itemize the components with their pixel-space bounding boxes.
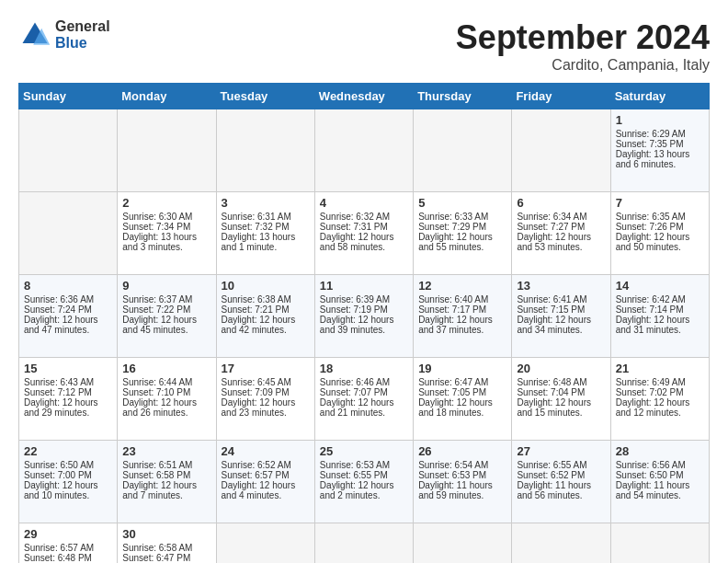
table-row: 8Sunrise: 6:36 AMSunset: 7:24 PMDaylight… [19,275,118,358]
header-friday: Friday [512,84,610,109]
header-sunday: Sunday [19,84,118,109]
header-monday: Monday [118,84,216,109]
table-row [414,523,512,564]
table-row [216,109,314,192]
table-row: 14Sunrise: 6:42 AMSunset: 7:14 PMDayligh… [610,275,709,358]
location-title: Cardito, Campania, Italy [456,57,710,74]
calendar-table: Sunday Monday Tuesday Wednesday Thursday… [18,83,710,563]
table-row: 26Sunrise: 6:54 AMSunset: 6:53 PMDayligh… [414,441,512,523]
table-row: 10Sunrise: 6:38 AMSunset: 7:21 PMDayligh… [216,275,314,358]
calendar-week-6: 29Sunrise: 6:57 AMSunset: 6:48 PMDayligh… [19,523,710,564]
logo-text: General Blue [55,18,110,51]
calendar-week-1: 1Sunrise: 6:29 AMSunset: 7:35 PMDaylight… [19,109,710,192]
table-row [216,523,314,564]
table-row: 22Sunrise: 6:50 AMSunset: 7:00 PMDayligh… [19,441,118,523]
header-saturday: Saturday [610,84,709,109]
table-row: 19Sunrise: 6:47 AMSunset: 7:05 PMDayligh… [414,358,512,441]
table-row: 13Sunrise: 6:41 AMSunset: 7:15 PMDayligh… [512,275,610,358]
table-row [19,109,118,192]
logo-icon [18,18,51,52]
table-row: 9Sunrise: 6:37 AMSunset: 7:22 PMDaylight… [118,275,216,358]
table-row: 5Sunrise: 6:33 AMSunset: 7:29 PMDaylight… [414,192,512,275]
header-row: Sunday Monday Tuesday Wednesday Thursday… [19,84,710,109]
table-row [314,109,413,192]
table-row: 6Sunrise: 6:34 AMSunset: 7:27 PMDaylight… [512,192,610,275]
logo-general: General [55,18,110,35]
table-row: 20Sunrise: 6:48 AMSunset: 7:04 PMDayligh… [512,358,610,441]
calendar-week-3: 8Sunrise: 6:36 AMSunset: 7:24 PMDaylight… [19,275,710,358]
table-row: 4Sunrise: 6:32 AMSunset: 7:31 PMDaylight… [314,192,413,275]
table-row [118,109,216,192]
table-row: 25Sunrise: 6:53 AMSunset: 6:55 PMDayligh… [314,441,413,523]
calendar-header: Sunday Monday Tuesday Wednesday Thursday… [19,84,710,109]
table-row: 12Sunrise: 6:40 AMSunset: 7:17 PMDayligh… [414,275,512,358]
calendar-body: 1Sunrise: 6:29 AMSunset: 7:35 PMDaylight… [19,109,710,564]
month-title: September 2024 [456,18,710,57]
table-row: 15Sunrise: 6:43 AMSunset: 7:12 PMDayligh… [19,358,118,441]
logo-blue: Blue [55,35,110,52]
table-row: 7Sunrise: 6:35 AMSunset: 7:26 PMDaylight… [610,192,709,275]
page-header: General Blue September 2024 Cardito, Cam… [18,18,710,74]
table-row: 2Sunrise: 6:30 AMSunset: 7:34 PMDaylight… [118,192,216,275]
calendar-week-2: 2Sunrise: 6:30 AMSunset: 7:34 PMDaylight… [19,192,710,275]
table-row: 23Sunrise: 6:51 AMSunset: 6:58 PMDayligh… [118,441,216,523]
table-row [19,192,118,275]
calendar-week-5: 22Sunrise: 6:50 AMSunset: 7:00 PMDayligh… [19,441,710,523]
table-row: 3Sunrise: 6:31 AMSunset: 7:32 PMDaylight… [216,192,314,275]
table-row: 1Sunrise: 6:29 AMSunset: 7:35 PMDaylight… [610,109,709,192]
table-row: 28Sunrise: 6:56 AMSunset: 6:50 PMDayligh… [610,441,709,523]
header-tuesday: Tuesday [216,84,314,109]
table-row [512,109,610,192]
table-row: 11Sunrise: 6:39 AMSunset: 7:19 PMDayligh… [314,275,413,358]
table-row: 21Sunrise: 6:49 AMSunset: 7:02 PMDayligh… [610,358,709,441]
table-row: 30Sunrise: 6:58 AMSunset: 6:47 PMDayligh… [118,523,216,564]
table-row: 24Sunrise: 6:52 AMSunset: 6:57 PMDayligh… [216,441,314,523]
table-row: 17Sunrise: 6:45 AMSunset: 7:09 PMDayligh… [216,358,314,441]
header-wednesday: Wednesday [314,84,413,109]
table-row [512,523,610,564]
table-row [414,109,512,192]
calendar-week-4: 15Sunrise: 6:43 AMSunset: 7:12 PMDayligh… [19,358,710,441]
logo: General Blue [18,18,110,52]
table-row: 16Sunrise: 6:44 AMSunset: 7:10 PMDayligh… [118,358,216,441]
table-row: 27Sunrise: 6:55 AMSunset: 6:52 PMDayligh… [512,441,610,523]
table-row: 18Sunrise: 6:46 AMSunset: 7:07 PMDayligh… [314,358,413,441]
title-section: September 2024 Cardito, Campania, Italy [456,18,710,74]
table-row: 29Sunrise: 6:57 AMSunset: 6:48 PMDayligh… [19,523,118,564]
table-row [314,523,413,564]
table-row [610,523,709,564]
header-thursday: Thursday [414,84,512,109]
